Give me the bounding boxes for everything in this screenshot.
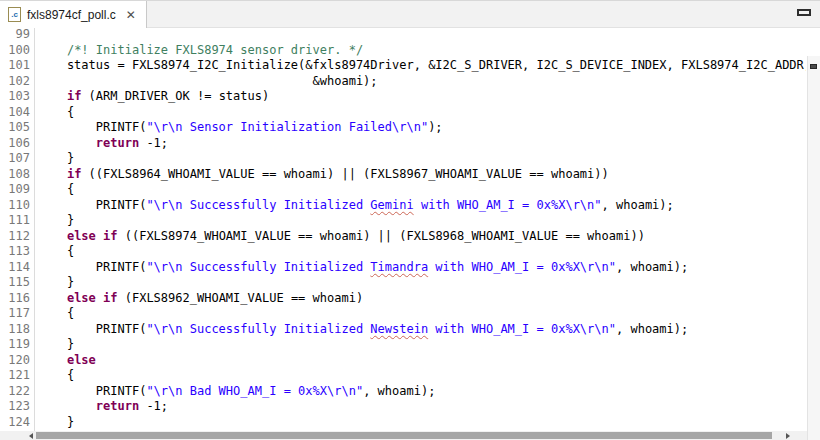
- code-line: {: [38, 182, 806, 198]
- line-number[interactable]: 109: [0, 182, 30, 198]
- line-number[interactable]: 106: [0, 136, 30, 152]
- code-line: }: [38, 275, 806, 291]
- code-line: PRINTF("\r\n Successfully Initialized Ti…: [38, 260, 806, 276]
- code-line: PRINTF("\r\n Sensor Initialization Faile…: [38, 120, 806, 136]
- line-number[interactable]: 107: [0, 151, 30, 167]
- line-number[interactable]: 114: [0, 260, 30, 276]
- line-number[interactable]: 119: [0, 337, 30, 353]
- code-area[interactable]: /*! Initialize FXLS8974 sensor driver. *…: [36, 28, 806, 432]
- code-line: }: [38, 213, 806, 229]
- code-line: PRINTF("\r\n Successfully Initialized Ne…: [38, 322, 806, 338]
- horizontal-scrollbar-thumb[interactable]: [36, 432, 772, 439]
- line-number[interactable]: 99: [0, 28, 30, 43]
- code-line: &whoami);: [38, 74, 806, 90]
- line-number-column: 9910010110210310410510610710810911011111…: [0, 28, 34, 432]
- minimize-icon[interactable]: [797, 9, 811, 16]
- line-number[interactable]: 117: [0, 306, 30, 322]
- line-number[interactable]: 111: [0, 213, 30, 229]
- editor-pane: 9910010110210310410510610710810911011111…: [0, 28, 820, 440]
- code-line: PRINTF("\r\n Bad WHO_AM_I = 0x%X\r\n", w…: [38, 384, 806, 400]
- scroll-right-icon[interactable]: [786, 433, 790, 439]
- tab-bar: .c fxls8974cf_poll.c ✕: [0, 0, 820, 28]
- code-line: status = FXLS8974_I2C_Initialize(&fxls89…: [38, 58, 806, 74]
- code-line: else if (FXLS8962_WHOAMI_VALUE == whoami…: [38, 291, 806, 307]
- code-line: }: [38, 151, 806, 167]
- line-number[interactable]: 118: [0, 322, 30, 338]
- line-number[interactable]: 108: [0, 167, 30, 183]
- line-number[interactable]: 104: [0, 105, 30, 121]
- line-number[interactable]: 121: [0, 368, 30, 384]
- code-line: if ((FXLS8964_WHOAMI_VALUE == whoami) ||…: [38, 167, 806, 183]
- code-line: else: [38, 353, 806, 369]
- line-number[interactable]: 115: [0, 275, 30, 291]
- line-number[interactable]: 113: [0, 244, 30, 260]
- overview-annotation-marker[interactable]: [810, 64, 817, 69]
- code-lines: /*! Initialize FXLS8974 sensor driver. *…: [36, 28, 806, 432]
- line-number[interactable]: 124: [0, 415, 30, 431]
- code-line: if (ARM_DRIVER_OK != status): [38, 89, 806, 105]
- c-source-file-icon: .c: [8, 7, 21, 22]
- line-number[interactable]: 110: [0, 198, 30, 214]
- code-line: [38, 28, 806, 43]
- editor-window: .c fxls8974cf_poll.c ✕ 99100101102103104…: [0, 0, 820, 440]
- line-number[interactable]: 102: [0, 74, 30, 90]
- line-number[interactable]: 122: [0, 384, 30, 400]
- code-line: }: [38, 337, 806, 353]
- code-line: {: [38, 306, 806, 322]
- horizontal-scrollbar[interactable]: [0, 431, 807, 440]
- code-line: return -1;: [38, 399, 806, 415]
- line-number[interactable]: 120: [0, 353, 30, 369]
- gutter[interactable]: 9910010110210310410510610710810911011111…: [0, 28, 35, 432]
- line-number[interactable]: 105: [0, 120, 30, 136]
- code-line: {: [38, 368, 806, 384]
- code-line: PRINTF("\r\n Successfully Initialized Ge…: [38, 198, 806, 214]
- scroll-left-icon[interactable]: [29, 433, 33, 439]
- line-number[interactable]: 116: [0, 291, 30, 307]
- line-number[interactable]: 100: [0, 43, 30, 59]
- code-line: {: [38, 105, 806, 121]
- tab-fxls8974cf-poll[interactable]: .c fxls8974cf_poll.c ✕: [0, 1, 147, 28]
- code-line: return -1;: [38, 136, 806, 152]
- line-number[interactable]: 123: [0, 399, 30, 415]
- line-number[interactable]: 101: [0, 58, 30, 74]
- tab-title: fxls8974cf_poll.c: [27, 8, 116, 22]
- line-number[interactable]: 112: [0, 229, 30, 245]
- code-line: /*! Initialize FXLS8974 sensor driver. *…: [38, 43, 806, 59]
- close-icon[interactable]: ✕: [124, 7, 138, 23]
- code-line: else if ((FXLS8974_WHOAMI_VALUE == whoam…: [38, 229, 806, 245]
- overview-ruler: [807, 56, 820, 440]
- code-line: }: [38, 415, 806, 431]
- line-number[interactable]: 103: [0, 89, 30, 105]
- code-line: {: [38, 244, 806, 260]
